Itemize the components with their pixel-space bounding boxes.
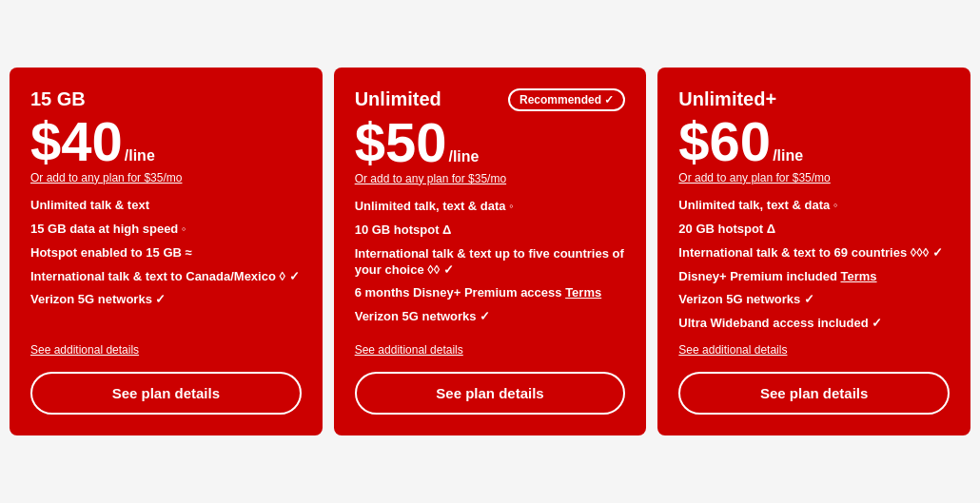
plan-name-15gb: 15 GB	[30, 88, 86, 110]
see-plan-button-unlimited[interactable]: See plan details	[355, 372, 626, 415]
feature-unlimited-1: 10 GB hotspot Δ	[355, 222, 626, 239]
plan-header-unlimited-plus: Unlimited+	[678, 88, 950, 110]
plan-name-unlimited-plus: Unlimited+	[678, 88, 776, 110]
price-unlimited-plus: $60	[678, 114, 771, 169]
features-list-unlimited: Unlimited talk, text & data ◦ 10 GB hots…	[355, 199, 626, 339]
feature-unlimited-0: Unlimited talk, text & data ◦	[355, 199, 626, 215]
add-plan-text-unlimited[interactable]: Or add to any plan for $35/mo	[355, 172, 626, 185]
see-additional-unlimited-plus[interactable]: See additional details	[678, 343, 950, 357]
feature-15gb-4: Verizon 5G networks ✓	[30, 292, 302, 308]
plan-card-unlimited-plus: Unlimited+ $60 /line Or add to any plan …	[657, 68, 970, 435]
feature-unlimitedplus-1: 20 GB hotspot Δ	[678, 222, 950, 238]
feature-15gb-1: 15 GB data at high speed ◦	[30, 222, 302, 238]
feature-15gb-0: Unlimited talk & text	[30, 198, 302, 214]
feature-unlimited-2: International talk & text up to five cou…	[355, 246, 626, 279]
see-plan-button-unlimited-plus[interactable]: See plan details	[678, 372, 950, 415]
plan-card-15gb: 15 GB $40 /line Or add to any plan for $…	[10, 68, 323, 435]
feature-15gb-2: Hotspot enabled to 15 GB ≈	[30, 245, 302, 261]
add-plan-text-unlimited-plus[interactable]: Or add to any plan for $35/mo	[678, 171, 950, 184]
price-unlimited: $50	[355, 115, 447, 170]
see-plan-button-15gb[interactable]: See plan details	[30, 372, 302, 415]
feature-unlimited-3: 6 months Disney+ Premium access Terms	[355, 285, 626, 301]
price-suffix-unlimited: /line	[448, 148, 479, 165]
price-suffix-15gb: /line	[125, 147, 155, 164]
feature-unlimitedplus-3: Disney+ Premium included Terms	[678, 269, 950, 285]
feature-unlimited-4: Verizon 5G networks ✓	[355, 309, 626, 325]
feature-unlimitedplus-4: Verizon 5G networks ✓	[678, 292, 950, 308]
price-row-15gb: $40 /line	[30, 114, 302, 169]
recommended-label: Recommended ✓	[519, 93, 614, 106]
feature-unlimitedplus-5: Ultra Wideband access included ✓	[678, 316, 950, 332]
price-suffix-unlimited-plus: /line	[773, 147, 803, 164]
feature-15gb-3: International talk & text to Canada/Mexi…	[30, 269, 302, 285]
plan-header-unlimited: Unlimited Recommended ✓	[355, 88, 626, 111]
feature-unlimitedplus-0: Unlimited talk, text & data ◦	[678, 198, 950, 214]
terms-link-unlimited[interactable]: Terms	[565, 285, 601, 300]
plan-name-unlimited: Unlimited	[355, 88, 441, 110]
add-plan-text-15gb[interactable]: Or add to any plan for $35/mo	[30, 171, 302, 184]
plan-card-unlimited: Unlimited Recommended ✓ $50 /line Or add…	[334, 68, 647, 435]
recommended-badge: Recommended ✓	[508, 88, 625, 111]
features-list-unlimited-plus: Unlimited talk, text & data ◦ 20 GB hots…	[678, 198, 950, 339]
plan-header-15gb: 15 GB	[30, 88, 302, 110]
see-additional-15gb[interactable]: See additional details	[30, 343, 302, 357]
terms-link-unlimited-plus[interactable]: Terms	[840, 269, 876, 283]
price-row-unlimited: $50 /line	[355, 115, 626, 170]
price-row-unlimited-plus: $60 /line	[678, 114, 950, 169]
plans-container: 15 GB $40 /line Or add to any plan for $…	[10, 68, 970, 435]
features-list-15gb: Unlimited talk & text 15 GB data at high…	[30, 198, 302, 339]
see-additional-unlimited[interactable]: See additional details	[355, 343, 626, 357]
price-15gb: $40	[30, 114, 123, 169]
feature-unlimitedplus-2: International talk & text to 69 countrie…	[678, 245, 950, 261]
